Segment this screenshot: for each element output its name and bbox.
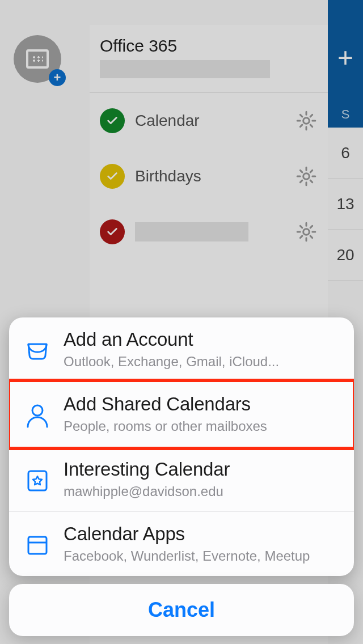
gear-icon[interactable]	[295, 221, 318, 243]
svg-rect-5	[28, 537, 47, 554]
cancel-label: Cancel	[148, 598, 215, 622]
calendar-label: Calendar	[135, 112, 295, 130]
account-section: Office 365	[90, 25, 328, 93]
action-sheet: Add an Account Outlook, Exchange, Gmail,…	[9, 317, 354, 576]
row-subtitle: mawhipple@davidson.edu	[64, 482, 340, 500]
svg-point-2	[303, 229, 310, 235]
date-cell[interactable]: 13	[328, 179, 363, 230]
row-subtitle: Outlook, Exchange, Gmail, iCloud...	[64, 353, 340, 370]
action-sheet-container: Add an Account Outlook, Exchange, Gmail,…	[9, 317, 354, 636]
header-right-strip: + S	[328, 0, 363, 128]
row-title: Calendar Apps	[64, 523, 340, 545]
checkmark-icon[interactable]	[100, 219, 125, 244]
gear-icon[interactable]	[295, 109, 318, 132]
person-icon	[24, 400, 64, 429]
date-cell[interactable]: 20	[328, 230, 363, 281]
calendar-list: Calendar Birthdays	[90, 93, 328, 260]
star-calendar-icon	[24, 464, 64, 494]
calendar-label: Birthdays	[135, 167, 295, 185]
redacted-email	[100, 60, 270, 78]
row-title: Add Shared Calendars	[64, 393, 340, 415]
date-column: 6 13 20	[328, 128, 363, 281]
calendar-list-item[interactable]: Birthdays	[90, 149, 328, 204]
checkmark-icon[interactable]	[100, 164, 125, 189]
svg-point-3	[32, 405, 43, 416]
row-title: Interesting Calendar	[64, 459, 340, 480]
svg-point-1	[303, 173, 310, 180]
calendar-apps-row[interactable]: Calendar Apps Facebook, Wunderlist, Ever…	[9, 512, 354, 576]
account-title: Office 365	[100, 36, 318, 56]
row-subtitle: Facebook, Wunderlist, Evernote, Meetup	[64, 547, 340, 565]
plus-icon[interactable]: +	[337, 44, 353, 71]
calendar-list-item[interactable]	[90, 204, 328, 260]
weekday-label: S	[341, 107, 350, 122]
svg-point-0	[303, 118, 310, 124]
date-cell[interactable]: 6	[328, 128, 363, 179]
calendar-list-item[interactable]: Calendar	[90, 93, 328, 149]
add-shared-calendars-row[interactable]: Add Shared Calendars People, rooms or ot…	[9, 382, 354, 447]
cancel-button[interactable]: Cancel	[9, 584, 354, 636]
gear-icon[interactable]	[295, 165, 318, 188]
calendar-glyph-icon	[26, 49, 49, 69]
checkmark-icon[interactable]	[100, 108, 125, 133]
interesting-calendar-row[interactable]: Interesting Calendar mawhipple@davidson.…	[9, 447, 354, 512]
add-account-row[interactable]: Add an Account Outlook, Exchange, Gmail,…	[9, 317, 354, 382]
row-title: Add an Account	[64, 329, 340, 350]
svg-rect-4	[28, 471, 47, 490]
inbox-icon	[24, 335, 64, 365]
add-account-badge[interactable]: +	[49, 69, 66, 86]
row-subtitle: People, rooms or other mailboxes	[64, 417, 340, 435]
redacted-calendar-label	[135, 222, 248, 242]
calendar-icon	[24, 529, 64, 558]
